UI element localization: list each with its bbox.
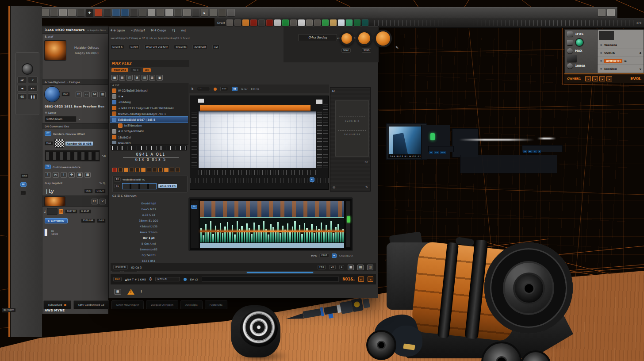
glyph-button[interactable]: ▦ <box>77 172 83 178</box>
k-tool[interactable]: k <box>192 87 193 91</box>
segment-chip[interactable] <box>112 168 117 172</box>
mountain-icon[interactable] <box>210 9 217 16</box>
chip-1[interactable]: 1 <box>339 265 344 269</box>
lu3-chip[interactable]: LU3 <box>113 277 122 281</box>
canvas-bottom-ticks[interactable] <box>199 170 316 175</box>
alert-chip[interactable]: ! <box>59 209 63 214</box>
segment-chip[interactable] <box>130 168 134 172</box>
outliner-row[interactable]: ❧ kestilen v <box>598 65 644 73</box>
menu-item[interactable]: f J <box>172 29 175 32</box>
tab-texture[interactable]: TEXTURE <box>111 68 128 72</box>
spectrogram-band[interactable] <box>200 201 344 218</box>
toolbar-chip[interactable]: Wvvr 2/3 vvd fvvr <box>144 45 169 49</box>
glyph-button[interactable]: ⋈ <box>53 172 59 178</box>
level-knob[interactable] <box>374 30 392 47</box>
footer-nav-button[interactable]: ▸ <box>606 76 612 81</box>
shader-tool-button[interactable]: ▦ <box>100 92 106 97</box>
search-input[interactable]: GMAP,Gram <box>45 116 77 122</box>
spray-icon[interactable] <box>218 9 226 16</box>
clone-icon[interactable] <box>226 19 233 26</box>
selected-item-button[interactable]: S-GAYBIRD <box>45 218 68 223</box>
record-dot[interactable] <box>214 88 217 91</box>
canvas-blue-chip[interactable]: ▸ <box>310 177 314 182</box>
teal-icon[interactable] <box>362 19 368 26</box>
ff-button[interactable]: FF <box>92 199 98 204</box>
swatch-tile[interactable] <box>567 55 577 62</box>
volume-knob[interactable] <box>22 63 33 75</box>
segment-chip[interactable] <box>118 168 123 172</box>
gem-button[interactable] <box>575 38 584 47</box>
preset-list-item[interactable]: Dew's M73 <box>113 206 184 212</box>
layer-toggle[interactable]: ◫ <box>367 265 373 270</box>
toolbar-chip[interactable]: 3vvdvvd3 <box>192 45 208 49</box>
wave-scrollbar[interactable] <box>346 201 351 248</box>
browser-row[interactable]: ® Lower <box>42 110 108 115</box>
sphere-icon[interactable] <box>227 9 235 16</box>
tree-tool-button[interactable]: ▥ <box>142 75 148 81</box>
globe-icon[interactable] <box>567 63 573 69</box>
frame-white-icon[interactable] <box>274 19 281 26</box>
value-chip-1[interactable]: 0927 <box>84 189 93 193</box>
tree-item[interactable]: Ed8dbsd8dbl W8d7 | 3d5 B <box>110 117 188 123</box>
segment-chip[interactable] <box>124 168 128 172</box>
transport-chip[interactable]: (2#4'1#) <box>155 277 180 281</box>
small-chip-blue[interactable]: ▮▮ <box>20 182 27 187</box>
segment-chip[interactable] <box>176 168 180 172</box>
value-chip-2[interactable]: D1923 <box>95 189 106 193</box>
page-icon[interactable] <box>165 9 173 16</box>
tree-tool-button[interactable]: ▦ <box>111 75 118 81</box>
pages-icon[interactable] <box>298 19 305 26</box>
glyph-button[interactable]: ✥ <box>69 172 75 178</box>
tree-item[interactable]: ≡ ▪ <box>110 93 188 99</box>
frame-cells[interactable] <box>122 183 157 189</box>
grid-icon[interactable]: ▦ <box>114 289 121 295</box>
preset-list-item[interactable]: A-33 S 03 <box>113 212 184 218</box>
menu-item[interactable]: ⌁ Jfststgrf <box>131 29 145 32</box>
figures-thumbnail[interactable] <box>45 197 65 206</box>
chevron-icon[interactable]: 4 <box>639 51 641 55</box>
lava-red-icon[interactable] <box>266 19 273 26</box>
noise-blue-icon[interactable] <box>121 9 129 16</box>
glyph-button[interactable]: ⌇ <box>45 172 51 178</box>
pair-chip[interactable]: ▮▮ <box>232 87 238 91</box>
status-chip[interactable]: ESUE <box>319 253 329 258</box>
chrome-row[interactable]: G1 ☰ C X8brvsm <box>112 194 137 198</box>
pencil-icon[interactable]: ✎ <box>395 46 399 50</box>
film-icon[interactable] <box>157 9 164 16</box>
tree-item[interactable]: MWsd82l <box>110 140 188 145</box>
lattice-icon[interactable] <box>95 9 102 16</box>
pencil-icon[interactable] <box>234 19 241 26</box>
toolbar-chip[interactable]: O.#07 <box>129 45 140 49</box>
preset-list-item[interactable]: 35mm-81 D20 <box>113 218 184 223</box>
bottom-tab[interactable]: Zvegast Utvnpqen <box>146 300 178 309</box>
tree-tool-button[interactable]: ♜ <box>134 75 140 81</box>
note-button[interactable]: ♪ <box>28 77 38 83</box>
tree-tool-button[interactable]: ◫ <box>126 75 133 81</box>
binocular-icon[interactable] <box>598 9 606 16</box>
pen-icon[interactable]: ✎ <box>365 185 368 189</box>
tab-4d[interactable]: 4D 3 <box>130 68 141 72</box>
clock-icon[interactable] <box>567 40 573 45</box>
d-icon[interactable]: D <box>332 89 334 93</box>
chevron-icon[interactable]: & <box>624 59 627 63</box>
footer-nav-button[interactable]: ◂ <box>599 76 605 81</box>
tree-tool-button[interactable]: ▤ <box>119 75 125 81</box>
playhead-line[interactable] <box>200 230 344 232</box>
bottom-tab[interactable]: Cdtv-Gwebvntved Gd <box>73 300 109 309</box>
tree-item[interactable]: + M18 2E13 7sdgrmdl 33-d8 3Mbfddsdd <box>110 105 188 111</box>
next-button[interactable]: ▸» <box>28 85 38 92</box>
film-icon-1[interactable]: B2 <box>114 177 121 182</box>
film-icon-2[interactable]: 81 <box>114 184 120 188</box>
brush-icon[interactable] <box>50 9 58 16</box>
status-blue-chip[interactable]: ▪ <box>332 253 337 258</box>
pause-button[interactable]: ❚❚ <box>28 93 38 100</box>
preset-list-item[interactable]: 43ddsd D135 <box>113 223 184 229</box>
segment-chip[interactable] <box>153 168 157 172</box>
canvas-scroll-column[interactable] <box>323 104 328 168</box>
mask-icon[interactable] <box>130 9 138 16</box>
custom-row[interactable]: TF Customweavesadvre <box>42 163 108 171</box>
tree-mini-timeline[interactable] <box>111 146 187 150</box>
door-orange-icon[interactable] <box>242 19 249 26</box>
gain-knob[interactable] <box>340 31 354 46</box>
printer-icon[interactable] <box>567 31 573 37</box>
